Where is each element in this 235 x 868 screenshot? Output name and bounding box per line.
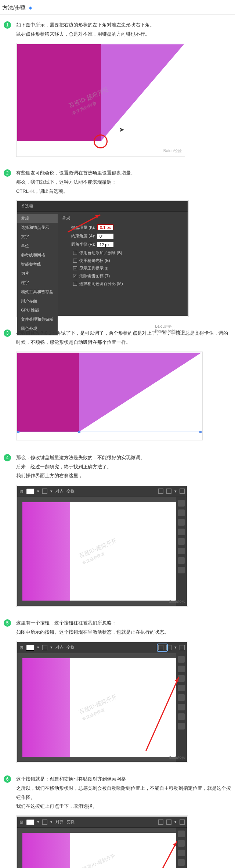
toolbar-label[interactable]: 变换 [66, 489, 75, 494]
watermark-corner: Baidu经验 [163, 148, 182, 154]
panel-icon[interactable] [178, 509, 185, 516]
field-label: 圆角半径 (R): [62, 242, 95, 247]
checkbox-row[interactable]: 使用精确光标 (E) [73, 258, 183, 263]
step-2: 2 有些朋友可能会说，设置微调在首选项里设置键盘增量。 那么，我们就试下，这种方… [0, 163, 235, 323]
dialog-title: 首选项 [17, 201, 188, 212]
step-text: 有些朋友可能会说，设置微调在首选项里设置键盘增量。 [16, 169, 231, 178]
toolbar-label[interactable]: 对齐 [55, 645, 64, 650]
panel-icon[interactable] [178, 831, 185, 837]
panel-icon[interactable] [178, 859, 185, 866]
watermark-corner: Baidu经验jingyan.baidu.com [155, 324, 185, 333]
sound-icon[interactable] [28, 5, 34, 11]
no-selection-icon: ▧ [19, 820, 23, 824]
app-toolbar: ▧ ▾ ▾ 对齐 变换 ▾ [17, 486, 187, 497]
watermark-corner: Baidu经验 [169, 755, 185, 760]
cursor-icon: ➤ [119, 126, 124, 134]
keyboard-increment-input[interactable]: 0.1 px [97, 224, 113, 230]
align-grid-icon[interactable] [158, 820, 163, 825]
sidebar-item[interactable]: 文字 [17, 232, 58, 241]
panel-icon[interactable] [178, 548, 185, 554]
sidebar-item[interactable]: 文件处理和剪贴板 [17, 315, 58, 324]
step-text: 鼠标点住形状移来移去，总是对不准，用键盘的方向键也不行。 [16, 30, 231, 39]
panel-icon[interactable] [178, 666, 185, 672]
menu-icon[interactable] [180, 820, 185, 825]
sidebar-item[interactable]: 用户界面 [17, 296, 58, 306]
fill-swatch[interactable] [26, 645, 34, 651]
step-text: 之所以，我们在移动形状时，总感觉到会被自动吸附到位置上，不能自主移动到指定位置，… [16, 784, 231, 802]
highlight-circle [94, 134, 108, 148]
pref-sidebar: 常规 选择和锚点显示 文字 单位 参考线和网格 智能参考线 切片 连字 增效工具… [17, 212, 58, 335]
toolbar-label[interactable]: 对齐 [55, 819, 64, 825]
sidebar-item[interactable]: 参考线和网格 [17, 251, 58, 260]
step-text: 后来，经过一翻研究，终于找到正确方法了。 [16, 462, 231, 472]
step-badge: 3 [4, 329, 11, 337]
snap-pixel-icon[interactable] [166, 489, 171, 494]
sidebar-item[interactable]: 常规 [17, 214, 58, 223]
tool-panel [176, 828, 187, 868]
step-badge: 4 [4, 454, 11, 461]
sidebar-item[interactable]: 切片 [17, 269, 58, 278]
watermark-corner: Baidu经验 [169, 599, 185, 604]
screenshot-4: ▧ ▾ ▾ 对齐 变换 ▾ 百度ID-越前开开本文原创作者 Ba [16, 485, 188, 607]
stroke-swatch[interactable] [42, 645, 47, 650]
panel-icon[interactable] [178, 713, 185, 720]
screenshot-6: ▧ ▾ ▾ 对齐 变换 ▾ 百度ID-越前开开 [16, 815, 188, 868]
panel-icon[interactable] [178, 850, 185, 856]
panel-icon[interactable] [178, 723, 185, 730]
section-header: 方法/步骤 [0, 0, 235, 15]
canvas[interactable]: 百度ID-越前开开本文原创作者 [17, 653, 176, 762]
checkbox-row[interactable]: ✓显示工具提示 (I) [73, 266, 183, 271]
step-text: CTRL+K，调出首选项。 [16, 187, 231, 196]
toolbar-label[interactable]: 变换 [66, 645, 75, 650]
panel-icon[interactable] [178, 704, 185, 710]
constrain-angle-input[interactable]: 0° [97, 234, 113, 239]
sidebar-item[interactable]: 选择和锚点显示 [17, 223, 58, 232]
panel-icon[interactable] [178, 567, 185, 573]
stroke-swatch[interactable] [42, 489, 47, 494]
canvas[interactable]: 百度ID-越前开开 [17, 828, 176, 868]
panel-icon[interactable] [178, 840, 185, 847]
toolbar-label[interactable]: 对齐 [55, 489, 64, 494]
tool-panel [176, 497, 187, 606]
corner-radius-input[interactable]: 12 px [97, 242, 113, 247]
stroke-swatch[interactable] [42, 820, 47, 825]
align-grid-icon[interactable] [158, 489, 163, 494]
canvas[interactable]: 百度ID-越前开开本文原创作者 [17, 497, 176, 606]
fill-swatch[interactable] [26, 819, 34, 825]
sidebar-item[interactable]: 智能参考线 [17, 260, 58, 269]
panel-icon[interactable] [178, 529, 185, 535]
panel-icon[interactable] [178, 694, 185, 701]
panel-icon[interactable] [178, 656, 185, 663]
panel-icon[interactable] [178, 557, 185, 564]
panel-icon[interactable] [178, 500, 185, 507]
no-selection-icon: ▧ [19, 489, 23, 494]
step-text: 如下图中所示，需要把右边的形状的左下角对准左边形状右下角。 [16, 21, 231, 30]
step-3: 3 把数值修改为0.1；再试了下，是可以调了，两个形状的点是对上了。但，手感上总… [0, 323, 235, 447]
snap-pixel-icon[interactable] [166, 820, 171, 825]
panel-icon[interactable] [178, 538, 185, 545]
checkbox-row[interactable]: 停用自动添加／删除 (B) [73, 250, 183, 256]
step-text: 那么，修改键盘增量这方法是失败的，不能很好的实现微调。 [16, 453, 231, 462]
tool-panel [176, 653, 187, 762]
panel-icon[interactable] [178, 519, 185, 526]
fill-swatch[interactable] [26, 488, 34, 494]
step-text: 这里有一个按钮，这个按钮往往被我们所忽略； [16, 619, 231, 628]
toolbar-label[interactable]: 变换 [66, 819, 75, 825]
highlight-box [157, 644, 168, 652]
step-text: 我们在这按钮上再点击下，取消选择。 [16, 802, 231, 811]
sidebar-item[interactable]: 连字 [17, 278, 58, 287]
panel-icon[interactable] [178, 685, 185, 691]
menu-icon[interactable] [180, 489, 185, 494]
step-badge: 6 [4, 775, 11, 783]
screenshot-2: 首选项 常规 选择和锚点显示 文字 单位 参考线和网格 智能参考线 切片 连字 … [16, 200, 189, 317]
step-text: 那么，我们就试下，这种方法能不能实现微调； [16, 178, 231, 187]
sidebar-item[interactable]: 增效工具和暂存盘 [17, 287, 58, 296]
checkbox-row[interactable]: ✓消除锯齿图稿 (T) [73, 273, 183, 279]
screenshot-3 [16, 352, 203, 440]
menu-icon[interactable] [180, 645, 185, 650]
step-4: 4 那么，修改键盘增量这方法是失败的，不能很好的实现微调。 后来，经过一翻研究，… [0, 447, 235, 613]
step-5: 5 这里有一个按钮，这个按钮往往被我们所忽略； 如图中所示的按钮。这个按钮现在呈… [0, 613, 235, 769]
sidebar-item[interactable]: 单位 [17, 241, 58, 251]
checkbox-row[interactable]: 选择相同色调百分比 (M) [73, 281, 183, 287]
sidebar-item[interactable]: GPU 性能 [17, 306, 58, 315]
